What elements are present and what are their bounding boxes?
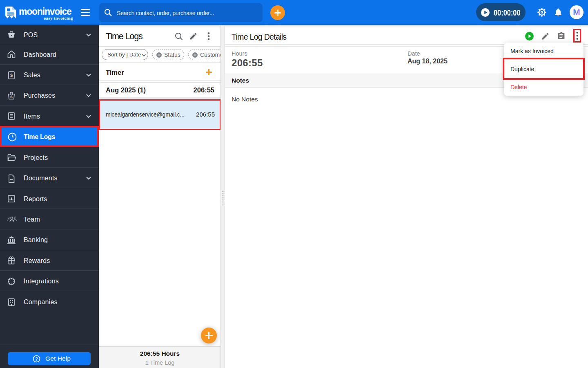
svg-text:$: $ [10,94,13,99]
svg-text:$: $ [10,73,13,78]
svg-text:?: ? [35,357,38,361]
